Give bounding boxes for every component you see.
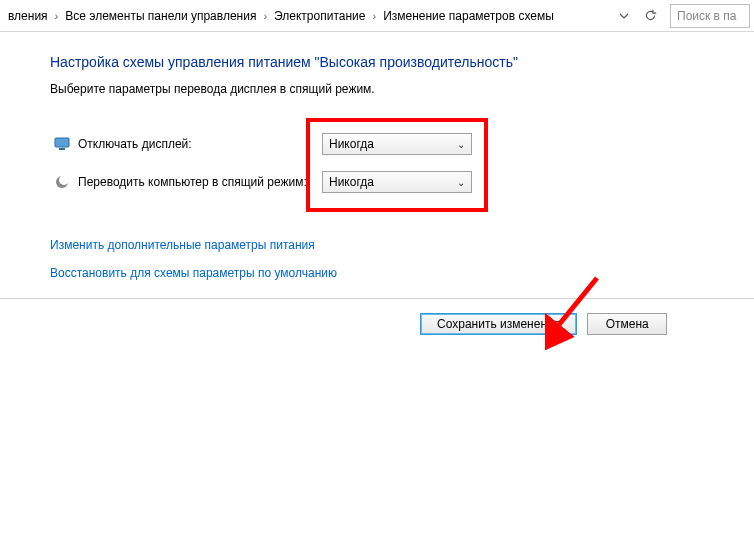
link-restore-defaults[interactable]: Восстановить для схемы параметры по умол… xyxy=(50,266,680,280)
search-placeholder: Поиск в па xyxy=(677,9,736,23)
links-section: Изменить дополнительные параметры питани… xyxy=(50,238,680,280)
page-subtitle: Выберите параметры перевода дисплея в сп… xyxy=(50,82,680,96)
main-content: Настройка схемы управления питанием "Выс… xyxy=(0,32,680,335)
sleep-value: Никогда xyxy=(329,175,374,189)
cancel-button[interactable]: Отмена xyxy=(587,313,667,335)
crumb-control-panel[interactable]: Все элементы панели управления xyxy=(61,9,260,23)
link-advanced-settings[interactable]: Изменить дополнительные параметры питани… xyxy=(50,238,680,252)
moon-icon xyxy=(54,174,70,190)
breadcrumbs: вления › Все элементы панели управления … xyxy=(4,9,614,23)
display-off-select[interactable]: Никогда ⌄ xyxy=(322,133,472,155)
svg-rect-0 xyxy=(55,138,69,147)
crumb-power[interactable]: Электропитание xyxy=(270,9,369,23)
crumb-edit-plan[interactable]: Изменение параметров схемы xyxy=(379,9,558,23)
sleep-select[interactable]: Никогда ⌄ xyxy=(322,171,472,193)
display-off-label: Отключать дисплей: xyxy=(78,137,192,151)
address-bar: вления › Все элементы панели управления … xyxy=(0,0,754,32)
chevron-right-icon[interactable]: › xyxy=(369,10,379,22)
chevron-right-icon[interactable]: › xyxy=(52,10,62,22)
search-input[interactable]: Поиск в па xyxy=(670,4,750,28)
page-title: Настройка схемы управления питанием "Выс… xyxy=(50,54,680,70)
monitor-icon xyxy=(54,136,70,152)
svg-point-3 xyxy=(59,175,69,185)
button-row: Сохранить изменения Отмена xyxy=(420,313,680,335)
divider xyxy=(0,298,754,299)
row-sleep: Переводить компьютер в спящий режим: Ник… xyxy=(322,170,472,194)
display-off-value: Никогда xyxy=(329,137,374,151)
chevron-down-icon: ⌄ xyxy=(457,177,465,188)
chevron-down-icon: ⌄ xyxy=(457,139,465,150)
settings-highlight-box: Отключать дисплей: Никогда ⌄ Переводить … xyxy=(306,118,488,212)
svg-rect-1 xyxy=(59,148,65,150)
chevron-right-icon[interactable]: › xyxy=(260,10,270,22)
refresh-button[interactable] xyxy=(640,6,660,26)
history-dropdown-button[interactable] xyxy=(614,6,634,26)
save-button[interactable]: Сохранить изменения xyxy=(420,313,577,335)
row-display-off: Отключать дисплей: Никогда ⌄ xyxy=(322,132,472,156)
crumb-partial[interactable]: вления xyxy=(4,9,52,23)
sleep-label: Переводить компьютер в спящий режим: xyxy=(78,175,307,189)
